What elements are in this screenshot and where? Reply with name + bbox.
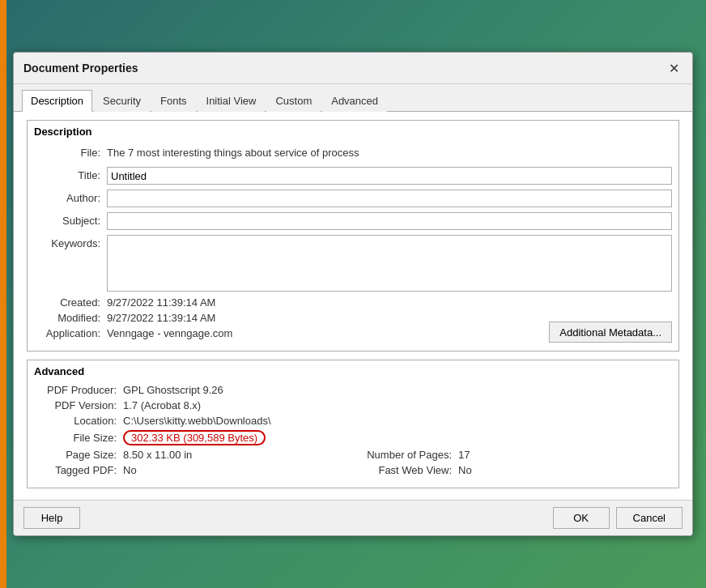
pagesize-value: 8.50 x 11.00 in: [123, 449, 192, 461]
subject-input[interactable]: [107, 212, 672, 230]
pdf-version-row: PDF Version: 1.7 (Acrobat 8.x): [34, 399, 672, 411]
keywords-row: Keywords:: [34, 235, 672, 292]
keywords-input[interactable]: [107, 235, 672, 292]
subject-label: Subject:: [34, 212, 107, 230]
title-label: Title:: [34, 167, 107, 185]
tagged-pdf-label: Tagged PDF:: [34, 464, 123, 476]
keywords-label: Keywords:: [34, 235, 107, 253]
meta-footer: Created: 9/27/2022 11:39:14 AM Modified:…: [34, 296, 672, 343]
tab-custom[interactable]: Custom: [266, 90, 321, 112]
author-input[interactable]: [107, 190, 672, 207]
fastweb-col: Fast Web View: No: [353, 464, 672, 476]
modified-row: Modified: 9/27/2022 11:39:14 AM: [34, 312, 549, 324]
filesize-row: File Size: 302.33 KB (309,589 Bytes): [34, 430, 672, 445]
numpages-col: Number of Pages: 17: [353, 449, 672, 461]
pdf-version-label: PDF Version:: [34, 399, 123, 411]
fast-web-value: No: [458, 464, 472, 476]
created-row: Created: 9/27/2022 11:39:14 AM: [34, 296, 549, 309]
pagesize-col: Page Size: 8.50 x 11.00 in: [34, 449, 353, 461]
file-value: The 7 most interesting things about serv…: [107, 144, 359, 162]
description-section-box: Description File: The 7 most interesting…: [27, 120, 679, 352]
application-label: Application:: [34, 327, 107, 339]
fast-web-label: Fast Web View:: [353, 464, 458, 476]
filesize-value: 302.33 KB (309,589 Bytes): [123, 430, 266, 445]
pdf-producer-row: PDF Producer: GPL Ghostscript 9.26: [34, 384, 672, 396]
subject-row: Subject:: [34, 212, 672, 230]
created-value: 9/27/2022 11:39:14 AM: [107, 296, 215, 309]
tab-initial-view[interactable]: Initial View: [198, 90, 266, 112]
tab-description[interactable]: Description: [22, 90, 92, 112]
dialog-footer: Help OK Cancel: [14, 500, 692, 535]
num-pages-label: Number of Pages:: [353, 449, 458, 461]
file-row: File: The 7 most interesting things abou…: [34, 144, 672, 162]
close-button[interactable]: ✕: [665, 59, 683, 77]
created-label: Created:: [34, 296, 107, 309]
advanced-section-content: PDF Producer: GPL Ghostscript 9.26 PDF V…: [28, 381, 678, 488]
file-label: File:: [34, 144, 107, 162]
location-row: Location: C:\Users\kitty.webb\Downloads\: [34, 415, 672, 427]
filesize-label: File Size:: [34, 432, 123, 444]
dialog-title: Document Properties: [23, 62, 138, 75]
modified-value: 9/27/2022 11:39:14 AM: [107, 312, 215, 324]
author-row: Author:: [34, 190, 672, 207]
accent-bar: [0, 0, 6, 588]
help-button[interactable]: Help: [23, 507, 80, 529]
advanced-section-title: Advanced: [28, 360, 678, 381]
footer-right-buttons: OK Cancel: [553, 507, 683, 529]
modified-label: Modified:: [34, 312, 107, 324]
description-section-title: Description: [28, 121, 678, 141]
tab-advanced[interactable]: Advanced: [322, 90, 387, 112]
tab-bar: Description Security Fonts Initial View …: [14, 84, 692, 112]
dialog-body: Description File: The 7 most interesting…: [14, 112, 692, 500]
additional-metadata-button[interactable]: Additional Metadata...: [549, 322, 672, 343]
pdf-producer-label: PDF Producer:: [34, 384, 123, 396]
tab-security[interactable]: Security: [94, 90, 150, 112]
location-value: C:\Users\kitty.webb\Downloads\: [123, 415, 271, 427]
pdf-version-value: 1.7 (Acrobat 8.x): [123, 399, 201, 411]
title-bar: Document Properties ✕: [14, 53, 692, 84]
application-row: Application: Venngage - venngage.com: [34, 327, 549, 339]
cancel-button[interactable]: Cancel: [616, 507, 683, 529]
tagged-fastweb-row: Tagged PDF: No Fast Web View: No: [34, 464, 672, 476]
pdf-producer-value: GPL Ghostscript 9.26: [123, 384, 223, 396]
pagesize-numpages-row: Page Size: 8.50 x 11.00 in Number of Pag…: [34, 449, 672, 461]
application-value: Venngage - venngage.com: [107, 327, 232, 339]
document-properties-dialog: Document Properties ✕ Description Securi…: [13, 52, 693, 536]
num-pages-value: 17: [458, 449, 470, 461]
tab-fonts[interactable]: Fonts: [151, 90, 196, 112]
author-label: Author:: [34, 190, 107, 207]
title-input[interactable]: [107, 167, 672, 185]
tagged-pdf-value: No: [123, 464, 137, 476]
location-label: Location:: [34, 415, 123, 427]
title-row: Title:: [34, 167, 672, 185]
meta-cols: Created: 9/27/2022 11:39:14 AM Modified:…: [34, 296, 549, 343]
ok-button[interactable]: OK: [553, 507, 610, 529]
pagesize-label: Page Size:: [34, 449, 123, 461]
advanced-section-box: Advanced PDF Producer: GPL Ghostscript 9…: [27, 360, 679, 488]
description-section-content: File: The 7 most interesting things abou…: [28, 141, 678, 351]
tagged-col: Tagged PDF: No: [34, 464, 353, 476]
